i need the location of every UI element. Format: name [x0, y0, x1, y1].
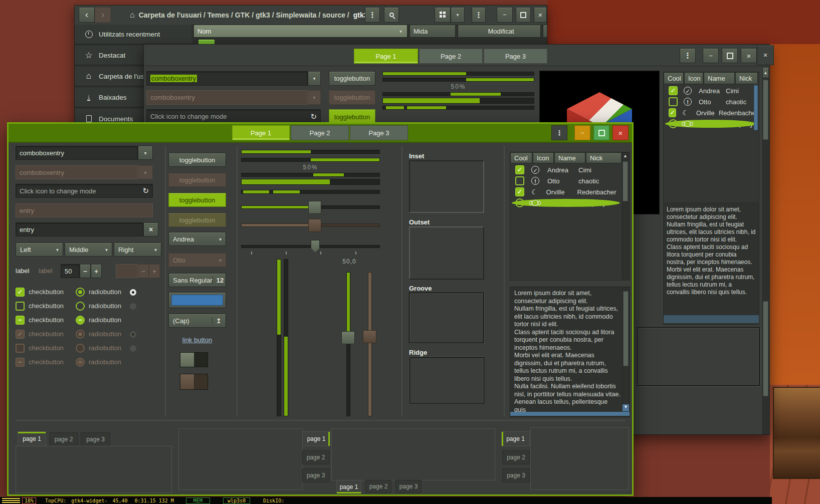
- w4-dropdown-right[interactable]: Right▾: [114, 242, 161, 257]
- forward-button[interactable]: ›: [95, 7, 111, 23]
- w3-col-name[interactable]: Name: [704, 72, 735, 84]
- w3-row-benjamin[interactable]: Benjamin Company: [664, 118, 758, 129]
- paned-separator-horizontal[interactable]: [16, 420, 625, 421]
- w4-maximize-button[interactable]: [593, 125, 609, 140]
- radio-selected-icon[interactable]: [669, 119, 678, 128]
- notebook-a-tab-page1[interactable]: page 1: [18, 431, 46, 446]
- checkbox-unchecked-icon[interactable]: [515, 176, 524, 185]
- notebook-b-tab-page3[interactable]: page 3: [302, 468, 329, 482]
- w3-close-button[interactable]: ×: [741, 48, 757, 63]
- w4-link-button[interactable]: link button: [168, 336, 226, 344]
- w4-text-hscrollbar[interactable]: [510, 412, 630, 416]
- w3-col-cool[interactable]: Cool: [664, 72, 684, 84]
- scale-dot-active[interactable]: [130, 289, 136, 296]
- notebook-c-tab-page2[interactable]: page 2: [365, 480, 391, 493]
- w4-comboboxentry-arrow[interactable]: ▾: [138, 146, 153, 160]
- w4-togglebutton-active[interactable]: togglebutton: [168, 193, 226, 207]
- w3-tab-page1[interactable]: Page 1: [354, 49, 418, 64]
- fm-menu-button[interactable]: ⋮: [365, 7, 380, 23]
- w3-icon-entry[interactable]: Click icon to change mode↻: [146, 109, 321, 124]
- notebook-d-tab-page1[interactable]: page 1: [501, 431, 530, 446]
- w4-tab-page1[interactable]: Page 1: [232, 125, 290, 140]
- notebook-a-tab-page2[interactable]: page 2: [49, 432, 78, 446]
- w4-row-benjamin[interactable]: Benjamin Company: [510, 197, 622, 208]
- fm-minimize-button[interactable]: −: [497, 7, 513, 23]
- w3-togglebutton[interactable]: togglebutton: [329, 71, 375, 86]
- w3-comboboxentry[interactable]: comboboxentry: [146, 71, 308, 86]
- w4-menu-button[interactable]: ⋮: [551, 125, 567, 140]
- checkbox-checked-icon[interactable]: ✓: [515, 165, 524, 174]
- w4-font-button[interactable]: Sans Regular12: [168, 273, 226, 287]
- notebook-c-tab-page3[interactable]: page 3: [395, 480, 422, 493]
- checkbox-checked-icon[interactable]: ✓: [515, 187, 524, 196]
- w4-color-button[interactable]: [168, 292, 226, 308]
- w3-comboboxentry-arrow[interactable]: ▾: [308, 71, 321, 86]
- w4-switch-off[interactable]: [180, 352, 208, 367]
- w3-tab-page3[interactable]: Page 3: [484, 49, 547, 64]
- w4-close-button[interactable]: ×: [612, 125, 629, 140]
- notebook-d-tab-page3[interactable]: page 3: [502, 468, 530, 482]
- paned-separator[interactable]: [237, 146, 238, 416]
- w4-row-orville[interactable]: ✓ ☾ Orville Redenbacher: [510, 186, 622, 197]
- w4-dropdown-left[interactable]: Left▾: [16, 242, 63, 257]
- w4-hscale-handle[interactable]: [308, 201, 321, 214]
- w3-maximize-button[interactable]: [722, 48, 738, 63]
- notebook-d-tab-page2[interactable]: page 2: [502, 450, 530, 464]
- w4-spinbutton-value[interactable]: 50: [61, 264, 80, 278]
- refresh-icon[interactable]: ↻: [142, 186, 149, 195]
- fm-hamburger-button[interactable]: ⋮: [472, 7, 486, 23]
- checkbutton-indeterminate[interactable]: −: [16, 316, 25, 325]
- w4-spin-plus-button[interactable]: +: [91, 264, 102, 278]
- scale-dot[interactable]: [130, 303, 136, 310]
- paned-separator[interactable]: [401, 146, 402, 416]
- w4-togglebutton[interactable]: togglebutton: [168, 153, 226, 167]
- w3-scroll-up-button[interactable]: ▲: [762, 67, 769, 78]
- notebook-c-tab-page1[interactable]: page 1: [336, 480, 361, 494]
- column-header-modified[interactable]: Modificat: [458, 25, 541, 38]
- checkbutton-checked[interactable]: ✓: [16, 288, 25, 297]
- w4-textview[interactable]: Lorem ipsum dolor sit amet, consectetur …: [510, 287, 630, 417]
- w4-tab-page3[interactable]: Page 3: [350, 125, 408, 140]
- w4-row-andrea[interactable]: ✓ ✓ Andrea Cimi: [510, 164, 622, 175]
- refresh-icon[interactable]: ↻: [310, 112, 317, 121]
- w4-col-cool[interactable]: Cool: [510, 152, 532, 163]
- w3-row-orville[interactable]: ✓ ☾ Orville Redenbacher: [664, 107, 758, 118]
- radiobutton-unselected[interactable]: [76, 302, 85, 311]
- fm-search-button[interactable]: [384, 7, 399, 23]
- checkbutton-unchecked[interactable]: [16, 302, 25, 311]
- w3-minimize-button[interactable]: −: [703, 48, 719, 63]
- w4-entry-clear-button[interactable]: ×: [143, 222, 158, 236]
- w4-icon-entry[interactable]: Click icon to change mode↻: [16, 184, 153, 198]
- fm-view-grid-button[interactable]: [435, 7, 451, 23]
- w4-hscale-marks-handle[interactable]: [311, 240, 320, 253]
- notebook-a-tab-page3[interactable]: page 3: [81, 432, 110, 446]
- checkbox-checked-icon[interactable]: ✓: [669, 108, 676, 117]
- w3-scrollbar-thumb2[interactable]: [763, 301, 768, 396]
- mem-indicator[interactable]: MEM: [186, 497, 210, 504]
- w4-col-nick[interactable]: Nick: [586, 152, 622, 163]
- w3-menu-button[interactable]: ⋮: [680, 48, 696, 63]
- w4-vscale-handle[interactable]: [341, 331, 355, 344]
- w3-textview[interactable]: Lorem ipsum dolor sit amet, consectetur …: [663, 203, 759, 325]
- w4-col-icon[interactable]: Icon: [533, 152, 554, 163]
- w3-col-icon[interactable]: Icon: [684, 72, 703, 84]
- w4-text-scroll-down[interactable]: ▼: [623, 404, 629, 411]
- back-button[interactable]: ‹: [79, 7, 95, 23]
- w4-spin-minus-button[interactable]: −: [80, 264, 91, 278]
- net-indicator[interactable]: wlp3s0: [223, 497, 250, 504]
- notebook-b-tab-page2[interactable]: page 2: [302, 450, 329, 464]
- fm-view-dropdown[interactable]: ▾: [451, 7, 465, 23]
- checkbox-unchecked-icon[interactable]: [669, 97, 678, 106]
- w3-row-andrea[interactable]: ✓ ✓ Andrea Cimi: [664, 85, 758, 96]
- w4-list-scroll-up[interactable]: ▲: [622, 153, 629, 160]
- checkbox-checked-icon[interactable]: ✓: [669, 86, 678, 95]
- sidebar-item-recent[interactable]: Utilitzats recentment: [75, 25, 191, 45]
- w4-row-otto[interactable]: ! Otto chaotic: [510, 175, 622, 186]
- w3-list-scrollbar-thumb[interactable]: [754, 85, 758, 130]
- w3-tab-page2[interactable]: Page 2: [419, 49, 483, 64]
- column-header-size[interactable]: Mida: [409, 25, 456, 38]
- column-header-name[interactable]: Nom▾: [193, 25, 407, 38]
- w3-scrollbar-thumb[interactable]: [763, 80, 768, 140]
- radio-selected-icon[interactable]: [515, 198, 524, 207]
- w4-combobox-name[interactable]: Andrea▾: [168, 232, 226, 246]
